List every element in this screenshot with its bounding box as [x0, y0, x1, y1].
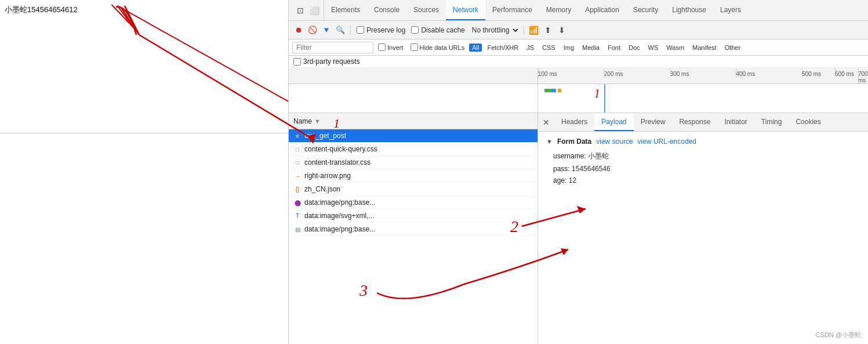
tab-lighthouse[interactable]: Lighthouse	[665, 0, 713, 20]
file-list: Name ▼ ≡ text_get_post □ content-quick-q…	[289, 113, 538, 133]
filter-doc[interactable]: Doc	[626, 44, 643, 52]
filter-icon-button[interactable]: ▼	[320, 24, 333, 37]
tab-security[interactable]: Security	[626, 0, 665, 20]
third-party-row: 3rd-party requests	[289, 56, 868, 68]
filter-bar: Invert Hide data URLs All Fetch/XHR JS C…	[289, 39, 868, 56]
filter-js[interactable]: JS	[524, 44, 537, 52]
form-data-content: ▼ Form Data view source view URL-encoded…	[538, 132, 868, 133]
tick-100ms: 100 ms	[538, 68, 557, 77]
download-icon[interactable]: ⬇	[555, 24, 568, 37]
filter-ws[interactable]: WS	[645, 44, 662, 52]
detail-tab-payload[interactable]: Payload	[594, 113, 633, 131]
throttle-select[interactable]: No throttling	[468, 26, 520, 35]
timeline-header: 100 ms 200 ms 300 ms 400 ms 500 ms 600 m…	[289, 68, 868, 84]
tab-memory[interactable]: Memory	[539, 0, 578, 20]
device-icon[interactable]: ⬜	[308, 5, 320, 16]
timeline-graph-name-col	[289, 84, 538, 113]
search-button[interactable]: 🔍	[334, 24, 347, 37]
name-column-header: Name	[293, 117, 312, 125]
record-button[interactable]: ⏺	[292, 24, 305, 37]
detail-tab-headers[interactable]: Headers	[554, 113, 594, 131]
detail-tab-cookies[interactable]: Cookies	[789, 113, 827, 131]
detail-tabs: ✕ Headers Payload Preview Response Initi…	[538, 113, 868, 132]
tick-600ms: 600 ms	[835, 68, 854, 77]
disable-cache-checkbox[interactable]	[411, 26, 419, 34]
timeline-graph: 1	[289, 84, 868, 113]
page-title: 小墨蛇154564654612	[5, 5, 78, 15]
clear-button[interactable]: 🚫	[306, 24, 319, 37]
file-item-text-get-post[interactable]: ≡ text_get_post	[289, 129, 537, 133]
filter-img[interactable]: Img	[561, 44, 577, 52]
upload-icon[interactable]: ⬆	[542, 24, 554, 37]
tab-application[interactable]: Application	[578, 0, 626, 20]
main-content: Name ▼ ≡ text_get_post □ content-quick-q…	[289, 113, 868, 133]
filter-other[interactable]: Other	[722, 44, 744, 52]
invert-checkbox[interactable]	[378, 44, 386, 51]
toolbar-separator-1	[350, 26, 351, 35]
detail-tab-initiator[interactable]: Initiator	[717, 113, 754, 131]
svg-line-2	[111, 5, 135, 29]
tab-performance[interactable]: Performance	[485, 0, 539, 20]
timeline-bars: 1	[538, 84, 868, 113]
filter-wasm[interactable]: Wasm	[663, 44, 687, 52]
filter-media[interactable]: Media	[579, 44, 602, 52]
detail-close-button[interactable]: ✕	[538, 113, 554, 131]
timeline-bar-blue	[551, 89, 556, 92]
tab-network[interactable]: Network	[446, 0, 485, 20]
svg-line-3	[117, 6, 135, 29]
hide-data-urls-label[interactable]: Hide data URLs	[408, 43, 467, 52]
filter-fetch-xhr[interactable]: Fetch/XHR	[484, 44, 521, 52]
filter-font[interactable]: Font	[605, 44, 623, 52]
filter-css[interactable]: CSS	[539, 44, 558, 52]
invert-checkbox-label[interactable]: Invert	[376, 43, 406, 52]
hide-data-urls-checkbox[interactable]	[411, 44, 418, 51]
timeline-name-col	[289, 68, 538, 84]
timeline-bar-orange	[558, 89, 561, 92]
tick-500ms: 500 ms	[802, 68, 821, 77]
tab-elements[interactable]: Elements	[324, 0, 367, 20]
wifi-icon[interactable]: 📶	[528, 24, 540, 37]
third-party-checkbox[interactable]	[293, 58, 301, 66]
inspect-icon[interactable]: ⊡	[295, 5, 306, 16]
tick-400ms: 400 ms	[736, 68, 755, 77]
tick-200ms: 200 ms	[604, 68, 623, 77]
detail-tab-response[interactable]: Response	[672, 113, 717, 131]
throttle-selector: No throttling	[468, 26, 520, 35]
detail-tab-preview[interactable]: Preview	[634, 113, 673, 131]
filter-manifest[interactable]: Manifest	[689, 44, 720, 52]
sort-arrow: ▼	[314, 118, 321, 125]
network-toolbar: ⏺ 🚫 ▼ 🔍 Preserve log Disable cache No th…	[289, 21, 868, 39]
tick-300ms: 300 ms	[670, 68, 689, 77]
third-party-label: 3rd-party requests	[303, 57, 359, 66]
tick-700ms: 700 ms	[858, 68, 868, 84]
svg-line-0	[117, 6, 314, 115]
file-icon-doc: ≡	[293, 132, 302, 133]
preserve-log-label[interactable]: Preserve log	[354, 26, 408, 34]
waterfall-line	[604, 84, 605, 113]
devtools-tab-bar: ⊡ ⬜ Elements Console Sources Network Per…	[289, 0, 868, 21]
filter-all[interactable]: All	[469, 44, 482, 52]
file-name-text-get-post: text_get_post	[304, 132, 346, 133]
detail-tab-timing[interactable]: Timing	[754, 113, 789, 131]
toolbar-separator-2	[524, 26, 524, 35]
tab-icons: ⊡ ⬜	[291, 0, 324, 20]
timeline-scale: 100 ms 200 ms 300 ms 400 ms 500 ms 600 m…	[538, 68, 868, 84]
disable-cache-label[interactable]: Disable cache	[409, 26, 467, 34]
annotation-1: 1	[594, 87, 600, 100]
preserve-log-checkbox[interactable]	[357, 26, 364, 34]
tab-console[interactable]: Console	[367, 0, 406, 20]
file-list-header: Name ▼	[289, 113, 537, 129]
tab-sources[interactable]: Sources	[406, 0, 446, 20]
devtools-panel: ⊡ ⬜ Elements Console Sources Network Per…	[288, 0, 868, 133]
detail-panel: ✕ Headers Payload Preview Response Initi…	[538, 113, 868, 133]
filter-input[interactable]	[292, 42, 373, 53]
tab-layers[interactable]: Layers	[713, 0, 748, 20]
